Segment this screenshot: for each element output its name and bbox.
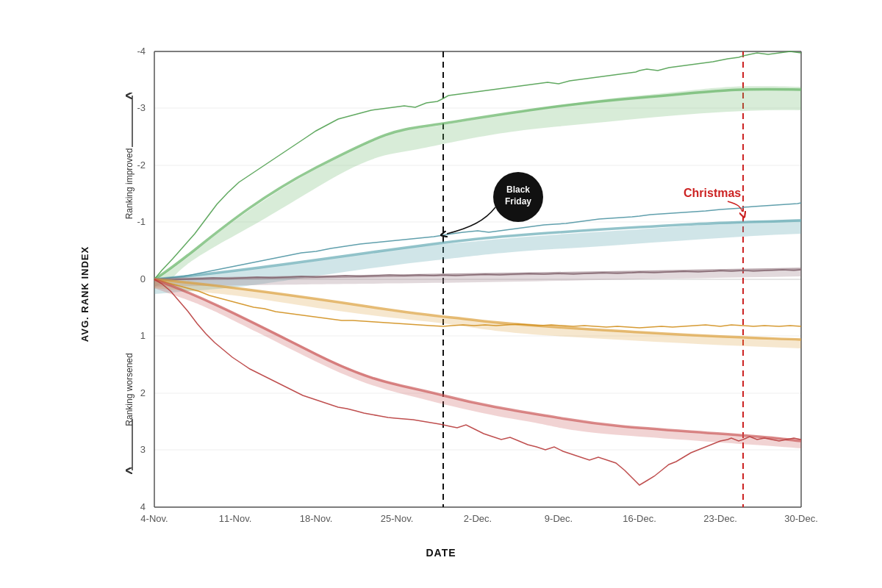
x-axis-label: DATE: [426, 547, 456, 559]
svg-text:3: 3: [140, 444, 146, 455]
svg-text:-2: -2: [137, 159, 146, 171]
svg-text:18-Nov.: 18-Nov.: [300, 513, 333, 524]
chart-area: -4 -3 -2 -1 0 1 2 3 4 4-Nov. 11-Nov. 18-…: [96, 37, 831, 522]
svg-text:30-Dec.: 30-Dec.: [784, 513, 818, 524]
svg-text:11-Nov.: 11-Nov.: [219, 513, 252, 524]
chart-svg: -4 -3 -2 -1 0 1 2 3 4 4-Nov. 11-Nov. 18-…: [96, 37, 831, 522]
svg-text:23-Dec.: 23-Dec.: [703, 513, 737, 524]
svg-text:1: 1: [140, 330, 146, 341]
chart-container: AVG. RANK INDEX DATE: [37, 22, 845, 566]
ranking-worsened-label: Ranking worsened: [124, 353, 135, 426]
svg-text:9-Dec.: 9-Dec.: [545, 513, 573, 524]
black-friday-arrow: [447, 207, 495, 234]
svg-text:4-Nov.: 4-Nov.: [140, 513, 168, 524]
orange-trend-line: [154, 279, 801, 340]
svg-text:-3: -3: [137, 102, 146, 113]
y-axis-label: AVG. RANK INDEX: [79, 246, 90, 342]
svg-text:16-Dec.: 16-Dec.: [623, 513, 656, 524]
red-band: [154, 279, 801, 448]
svg-text:2-Dec.: 2-Dec.: [464, 513, 492, 524]
svg-text:-1: -1: [137, 216, 146, 227]
black-friday-label-line1: Black: [506, 184, 530, 195]
svg-text:0: 0: [140, 273, 146, 284]
svg-text:-4: -4: [137, 46, 146, 57]
black-friday-label-line2: Friday: [505, 196, 531, 207]
christmas-arrow: [728, 201, 742, 212]
ranking-improved-label: Ranking improved: [124, 148, 135, 220]
svg-text:4: 4: [140, 501, 146, 512]
red-noisy-line: [154, 279, 801, 485]
svg-text:25-Nov.: 25-Nov.: [381, 513, 414, 524]
red-trend-line: [154, 279, 801, 441]
christmas-label: Christmas: [684, 187, 741, 199]
svg-text:2: 2: [140, 387, 146, 398]
